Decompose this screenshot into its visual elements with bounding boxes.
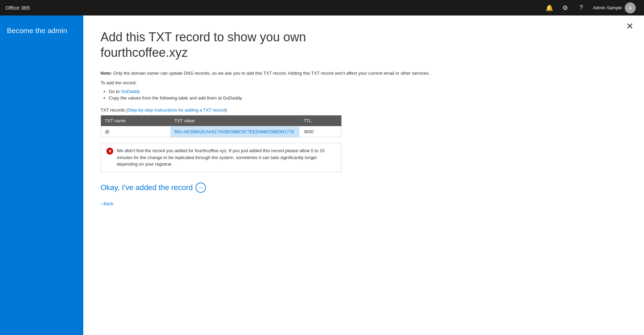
user-name: Admin Sample xyxy=(593,5,622,10)
settings-button[interactable]: ⚙ xyxy=(558,1,572,15)
col-ttl: TTL xyxy=(299,115,341,126)
sidebar: Become the admin xyxy=(0,15,83,335)
content-area: ✕ Add this TXT record to show you own fo… xyxy=(83,15,644,335)
col-txt-name: TXT name xyxy=(101,115,170,126)
steps-list: Go to GoDaddy Copy the values from the f… xyxy=(109,89,623,101)
cell-txt-value[interactable]: MS=AE206A2CAA617A03D39BC9C7EED468CDBE901… xyxy=(170,126,299,137)
help-icon: ? xyxy=(579,4,583,11)
dns-table: TXT name TXT value TTL @ MS=AE206A2CAA61… xyxy=(101,115,341,137)
back-label: Back xyxy=(103,201,113,206)
table-row: @ MS=AE206A2CAA617A03D39BC9C7EED468CDBE9… xyxy=(101,126,341,137)
note-body: Only the domain owner can update DNS rec… xyxy=(113,71,430,76)
cell-ttl: 3600 xyxy=(299,126,341,137)
error-message: We didn't find the record you added for … xyxy=(117,147,336,168)
sidebar-title: Become the admin xyxy=(7,26,76,35)
topbar-right: 🔔 ⚙ ? Admin Sample A xyxy=(542,1,638,15)
main-layout: Become the admin ✕ Add this TXT record t… xyxy=(0,15,644,335)
settings-icon: ⚙ xyxy=(562,4,568,12)
txt-records-label: TXT records (Step-by-step instructions f… xyxy=(101,107,623,113)
note-label: Note: xyxy=(101,71,112,76)
cta-arrow-icon: → xyxy=(196,182,206,193)
step-1: Go to GoDaddy xyxy=(109,89,623,94)
cta-text: Okay, I've added the record xyxy=(101,183,193,192)
table-header: TXT name TXT value TTL xyxy=(101,115,341,126)
bell-icon: 🔔 xyxy=(546,4,553,12)
topbar: Office 365 🔔 ⚙ ? Admin Sample A xyxy=(0,0,644,15)
error-box: ✕ We didn't find the record you added fo… xyxy=(101,143,341,172)
help-button[interactable]: ? xyxy=(574,1,588,15)
cell-txt-name: @ xyxy=(101,126,170,137)
avatar: A xyxy=(625,2,636,13)
step-by-step-link[interactable]: Step-by-step instructions for adding a T… xyxy=(128,107,225,113)
office365-logo: Office 365 xyxy=(6,5,30,11)
note-paragraph: Note: Only the domain owner can update D… xyxy=(101,70,623,77)
close-button[interactable]: ✕ xyxy=(626,22,634,31)
notifications-button[interactable]: 🔔 xyxy=(542,1,556,15)
back-link[interactable]: ‹ Back xyxy=(101,201,623,206)
header-row: TXT name TXT value TTL xyxy=(101,115,341,126)
table-body: @ MS=AE206A2CAA617A03D39BC9C7EED468CDBE9… xyxy=(101,126,341,137)
error-icon: ✕ xyxy=(106,148,113,155)
page-title: Add this TXT record to show you own four… xyxy=(101,29,348,60)
godaddy-link[interactable]: GoDaddy xyxy=(121,89,140,94)
col-txt-value: TXT value xyxy=(170,115,299,126)
user-menu[interactable]: Admin Sample A xyxy=(590,1,638,15)
to-add-label: To add the record: xyxy=(101,80,623,86)
back-chevron-icon: ‹ xyxy=(101,201,102,206)
cta-link[interactable]: Okay, I've added the record → xyxy=(101,182,623,193)
step-2: Copy the values from the following table… xyxy=(109,95,623,101)
